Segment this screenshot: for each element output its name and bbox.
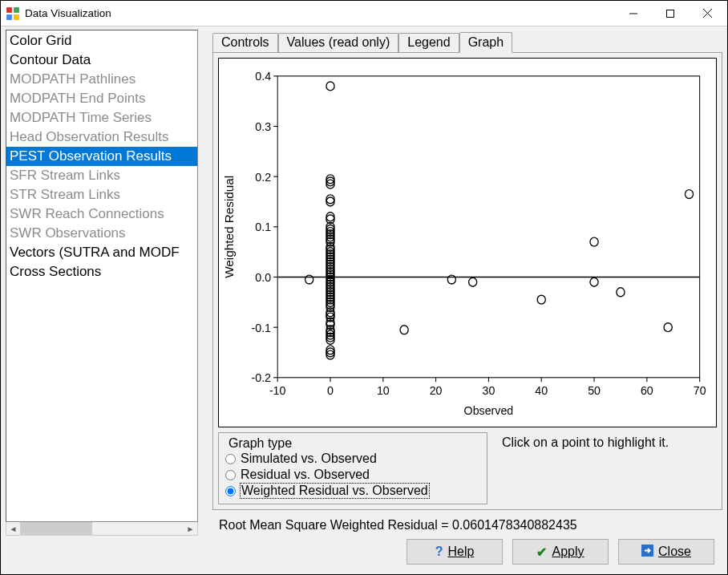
sidebar-item[interactable]: Contour Data xyxy=(6,51,197,70)
svg-point-103 xyxy=(590,277,598,286)
svg-text:50: 50 xyxy=(588,383,601,397)
svg-text:60: 60 xyxy=(641,383,653,397)
tab-graph-page: -10010203040506070-0.2-0.10.00.10.20.30.… xyxy=(212,52,722,510)
window-title: Data Visualization xyxy=(25,7,615,19)
svg-text:Weighted Residual: Weighted Residual xyxy=(224,176,236,278)
scroll-right-button[interactable]: ► xyxy=(184,522,197,535)
sidebar-item[interactable]: Color Grid xyxy=(6,31,197,51)
sidebar-item: SWR Reach Connections xyxy=(6,204,197,224)
sidebar: Color GridContour DataMODPATH PathlinesM… xyxy=(6,30,198,536)
minimize-button[interactable] xyxy=(615,2,652,26)
svg-point-101 xyxy=(537,295,545,304)
radio-residual-vs-observed[interactable]: Residual vs. Observed xyxy=(225,467,480,483)
svg-point-104 xyxy=(617,288,625,297)
svg-text:20: 20 xyxy=(430,383,443,397)
close-icon xyxy=(641,545,653,560)
svg-rect-8 xyxy=(277,76,699,378)
svg-text:70: 70 xyxy=(694,383,706,397)
sidebar-list[interactable]: Color GridContour DataMODPATH PathlinesM… xyxy=(6,30,198,522)
apply-button[interactable]: ✔ Apply xyxy=(512,539,609,565)
window: Data Visualization Color GridContour Dat… xyxy=(0,0,728,575)
tab-legend[interactable]: Legend xyxy=(398,33,459,52)
sidebar-item: MODPATH Time Series xyxy=(6,108,197,128)
sidebar-item: SWR Observations xyxy=(6,224,197,243)
right-panel: ControlsValues (read only)LegendGraph -1… xyxy=(212,30,722,536)
svg-point-98 xyxy=(400,326,408,334)
client-area: Color GridContour DataMODPATH PathlinesM… xyxy=(1,26,727,574)
radio-input[interactable] xyxy=(225,454,236,464)
svg-text:0.0: 0.0 xyxy=(255,270,271,284)
sidebar-item: STR Stream Links xyxy=(6,185,197,204)
sidebar-item: Head Observation Results xyxy=(6,128,197,147)
close-window-button[interactable] xyxy=(689,2,726,26)
svg-rect-1 xyxy=(14,7,19,13)
radio-label: Weighted Residual vs. Observed xyxy=(241,484,429,498)
svg-text:-10: -10 xyxy=(269,383,286,397)
radio-simulated-vs-observed[interactable]: Simulated vs. Observed xyxy=(225,451,480,467)
tab-values-read-only-[interactable]: Values (read only) xyxy=(278,33,399,52)
maximize-button[interactable] xyxy=(652,2,689,26)
svg-text:10: 10 xyxy=(377,383,390,397)
svg-point-45 xyxy=(326,82,334,91)
help-icon: ? xyxy=(435,545,443,559)
app-icon xyxy=(6,6,20,21)
svg-text:0: 0 xyxy=(327,383,334,397)
tab-controls[interactable]: Controls xyxy=(212,33,278,52)
svg-text:-0.2: -0.2 xyxy=(252,371,272,385)
graph-type-group: Graph type Simulated vs. ObservedResidua… xyxy=(218,432,487,504)
help-label: Help xyxy=(447,545,474,558)
radio-input[interactable] xyxy=(225,486,236,496)
tab-strip: ControlsValues (read only)LegendGraph xyxy=(212,30,722,52)
scroll-thumb[interactable] xyxy=(20,522,92,535)
sidebar-hscrollbar[interactable]: ◄ ► xyxy=(6,522,198,536)
graph-type-legend: Graph type xyxy=(225,436,295,451)
svg-text:0.4: 0.4 xyxy=(255,70,271,83)
radio-label: Simulated vs. Observed xyxy=(241,451,377,466)
radio-weighted-residual-vs-observed[interactable]: Weighted Residual vs. Observed xyxy=(225,483,480,499)
svg-point-105 xyxy=(664,323,672,332)
check-icon: ✔ xyxy=(536,545,547,560)
svg-point-100 xyxy=(469,277,477,286)
help-button[interactable]: ? Help xyxy=(406,539,503,565)
sidebar-item: SFR Stream Links xyxy=(6,166,197,185)
sidebar-item: MODPATH Pathlines xyxy=(6,70,197,89)
titlebar: Data Visualization xyxy=(1,1,727,26)
svg-rect-2 xyxy=(6,14,12,20)
sidebar-item: MODPATH End Points xyxy=(6,89,197,108)
scroll-track[interactable] xyxy=(20,522,184,535)
sidebar-item[interactable]: Vectors (SUTRA and MODF xyxy=(6,243,197,262)
svg-text:40: 40 xyxy=(535,383,548,397)
svg-text:0.2: 0.2 xyxy=(255,170,271,184)
status-line: Root Mean Square Weighted Residual = 0.0… xyxy=(212,515,722,536)
radio-input[interactable] xyxy=(225,470,236,480)
radio-label: Residual vs. Observed xyxy=(241,468,370,482)
button-bar: ? Help ✔ Apply Close xyxy=(6,536,722,571)
svg-rect-3 xyxy=(14,14,19,20)
svg-rect-0 xyxy=(6,7,12,13)
chart-hint: Click on a point to highlight it. xyxy=(487,432,669,504)
svg-rect-5 xyxy=(667,10,674,17)
svg-point-106 xyxy=(685,190,693,199)
svg-text:0.3: 0.3 xyxy=(255,120,271,134)
apply-label: Apply xyxy=(552,545,584,558)
svg-text:-0.1: -0.1 xyxy=(252,321,272,334)
svg-point-102 xyxy=(590,237,598,246)
sidebar-item[interactable]: PEST Observation Results xyxy=(6,147,197,166)
tab-graph[interactable]: Graph xyxy=(459,32,512,53)
scroll-left-button[interactable]: ◄ xyxy=(6,522,20,535)
close-label: Close xyxy=(658,545,691,558)
svg-text:30: 30 xyxy=(483,383,495,397)
close-button[interactable]: Close xyxy=(618,539,714,565)
svg-text:0.1: 0.1 xyxy=(255,221,271,234)
scatter-chart[interactable]: -10010203040506070-0.2-0.10.00.10.20.30.… xyxy=(218,58,717,427)
sidebar-item[interactable]: Cross Sections xyxy=(6,262,197,281)
svg-text:Observed: Observed xyxy=(464,403,514,417)
